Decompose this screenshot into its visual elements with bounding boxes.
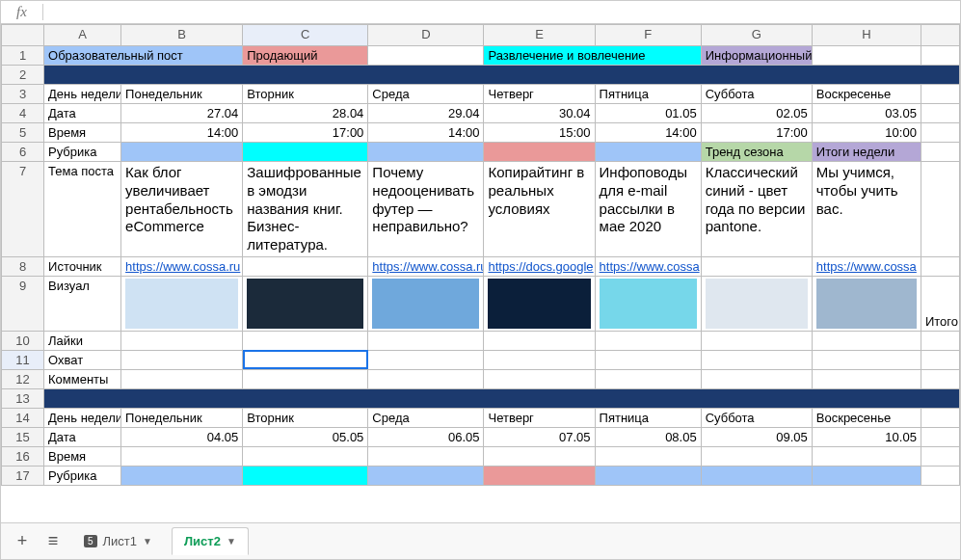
cell[interactable]	[812, 331, 921, 350]
cell[interactable]	[121, 143, 243, 162]
cell[interactable]: Четверг	[484, 85, 595, 104]
cell[interactable]: Воскресенье	[812, 408, 921, 427]
row-number[interactable]: 14	[2, 408, 44, 427]
cell[interactable]	[921, 369, 959, 388]
cell-label[interactable]: Визуал	[44, 276, 121, 331]
cell[interactable]	[921, 427, 959, 446]
cell[interactable]	[921, 256, 959, 276]
cell[interactable]	[484, 466, 595, 485]
cell[interactable]	[368, 331, 484, 350]
col-header[interactable]: E	[484, 25, 595, 46]
cell[interactable]: 17:00	[243, 123, 368, 143]
row-number[interactable]: 10	[2, 331, 44, 350]
cell-image[interactable]	[812, 276, 921, 331]
cell[interactable]: 06.05	[368, 427, 484, 446]
cell[interactable]: Классический синий - цвет года по версии…	[701, 162, 812, 257]
cell[interactable]: 01.05	[595, 104, 701, 123]
cell[interactable]: Среда	[368, 408, 484, 427]
cell[interactable]: Четверг	[484, 408, 595, 427]
cell[interactable]: 27.04	[121, 104, 243, 123]
cell-image[interactable]	[701, 276, 812, 331]
cell[interactable]	[921, 446, 959, 466]
cell[interactable]: https://www.cossa.ru	[368, 256, 484, 276]
cell[interactable]: Суббота	[701, 85, 812, 104]
legend-selling[interactable]: Продающий	[243, 46, 368, 66]
row-number[interactable]: 5	[2, 123, 44, 143]
cell[interactable]	[243, 143, 368, 162]
cell[interactable]	[595, 143, 701, 162]
cell-image[interactable]	[243, 276, 368, 331]
cell[interactable]: Копирайтинг в реальных условиях	[484, 162, 595, 257]
cell[interactable]: https://www.cossa	[595, 256, 701, 276]
cell[interactable]	[921, 104, 959, 123]
cell[interactable]	[484, 350, 595, 369]
cell[interactable]: https://www.cossa.ru	[121, 256, 243, 276]
cell[interactable]: Почему недооценивать футер — неправильно…	[368, 162, 484, 257]
cell[interactable]	[921, 162, 959, 257]
cell[interactable]	[701, 350, 812, 369]
cell[interactable]: 10.05	[812, 427, 921, 446]
col-header[interactable]: H	[812, 25, 921, 46]
cell[interactable]	[812, 446, 921, 466]
cell[interactable]	[484, 331, 595, 350]
row-number[interactable]: 7	[2, 162, 44, 257]
cell[interactable]	[121, 466, 243, 485]
tab-sheet1[interactable]: 5 Лист1 ▼	[72, 528, 164, 554]
selected-cell[interactable]	[243, 350, 368, 369]
cell-label[interactable]: Время	[44, 123, 121, 143]
cell[interactable]: 14:00	[121, 123, 243, 143]
cell[interactable]	[368, 143, 484, 162]
sheet-grid[interactable]: A B C D E F G H 1 Образовательный пост П…	[1, 24, 960, 522]
cell[interactable]	[921, 350, 959, 369]
row-number[interactable]: 11	[2, 350, 44, 369]
cell-label[interactable]: Рубрика	[44, 466, 121, 485]
cell[interactable]: 08.05	[595, 427, 701, 446]
cell-image[interactable]	[121, 276, 243, 331]
cell[interactable]: 05.05	[243, 427, 368, 446]
cell[interactable]	[921, 466, 959, 485]
cell[interactable]: 03.05	[812, 104, 921, 123]
add-sheet-button[interactable]: +	[11, 530, 34, 553]
source-link[interactable]: https://docs.google	[488, 259, 593, 274]
cell[interactable]	[44, 388, 960, 408]
cell[interactable]	[484, 446, 595, 466]
row-number[interactable]: 6	[2, 143, 44, 162]
col-header[interactable]: B	[121, 25, 243, 46]
legend-educational[interactable]: Образовательный пост	[44, 46, 243, 66]
cell-label[interactable]: Лайки	[44, 331, 121, 350]
formula-input[interactable]	[43, 1, 960, 23]
cell[interactable]: 17:00	[701, 123, 812, 143]
row-number[interactable]: 16	[2, 446, 44, 466]
cell-label[interactable]: Тема поста	[44, 162, 121, 257]
cell[interactable]	[595, 331, 701, 350]
cell[interactable]: Пятница	[595, 85, 701, 104]
cell[interactable]: Вторник	[243, 85, 368, 104]
cell[interactable]	[121, 350, 243, 369]
cell[interactable]	[921, 123, 959, 143]
corner-cell[interactable]	[2, 25, 44, 46]
cell[interactable]	[121, 331, 243, 350]
cell[interactable]: Суббота	[701, 408, 812, 427]
cell[interactable]	[243, 331, 368, 350]
cell[interactable]	[595, 446, 701, 466]
cell-image[interactable]	[595, 276, 701, 331]
cell-label[interactable]: Источник	[44, 256, 121, 276]
source-link[interactable]: https://www.cossa	[816, 259, 917, 274]
col-header[interactable]: C	[243, 25, 368, 46]
cell[interactable]: 14:00	[595, 123, 701, 143]
cell-label[interactable]: День недели	[44, 85, 121, 104]
col-header[interactable]: F	[595, 25, 701, 46]
cell[interactable]: Воскресенье	[812, 85, 921, 104]
cell-total[interactable]: Итого:	[921, 276, 959, 331]
cell[interactable]: 10:00	[812, 123, 921, 143]
cell[interactable]: Вторник	[243, 408, 368, 427]
row-number[interactable]: 9	[2, 276, 44, 331]
cell[interactable]	[921, 143, 959, 162]
cell[interactable]: Итоги недели	[812, 143, 921, 162]
cell[interactable]	[243, 256, 368, 276]
cell[interactable]	[812, 369, 921, 388]
cell[interactable]	[44, 66, 960, 85]
cell-label[interactable]: Комменты	[44, 369, 121, 388]
cell[interactable]: Мы учимся, чтобы учить вас.	[812, 162, 921, 257]
col-header[interactable]: A	[44, 25, 121, 46]
